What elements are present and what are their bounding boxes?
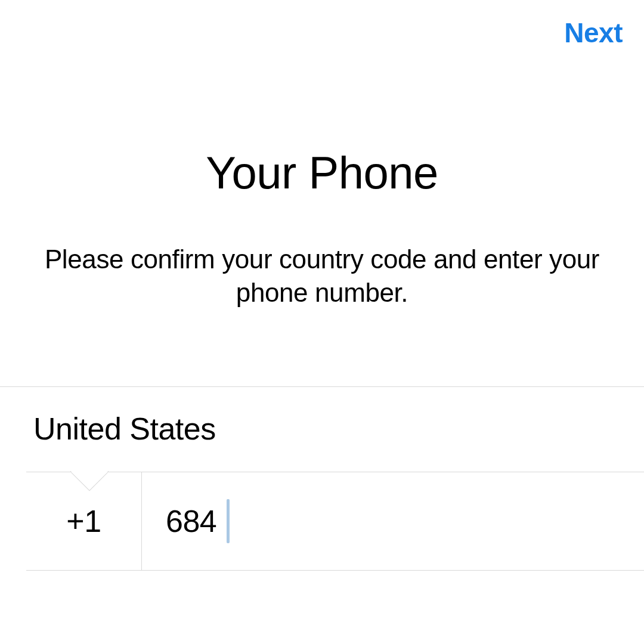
- text-caret: [227, 499, 230, 543]
- phone-input-row: +1: [26, 472, 644, 571]
- country-selector[interactable]: United States: [0, 386, 644, 472]
- page-subtitle: Please confirm your country code and ent…: [0, 243, 644, 310]
- page-title: Your Phone: [0, 147, 644, 199]
- country-code-cell[interactable]: +1: [26, 472, 142, 570]
- phone-form: United States +1: [0, 386, 644, 571]
- next-button[interactable]: Next: [564, 17, 623, 49]
- phone-number-cell: [142, 472, 644, 570]
- phone-number-input[interactable]: [166, 503, 644, 539]
- country-code-label: +1: [66, 503, 101, 539]
- country-name-label: United States: [33, 411, 216, 446]
